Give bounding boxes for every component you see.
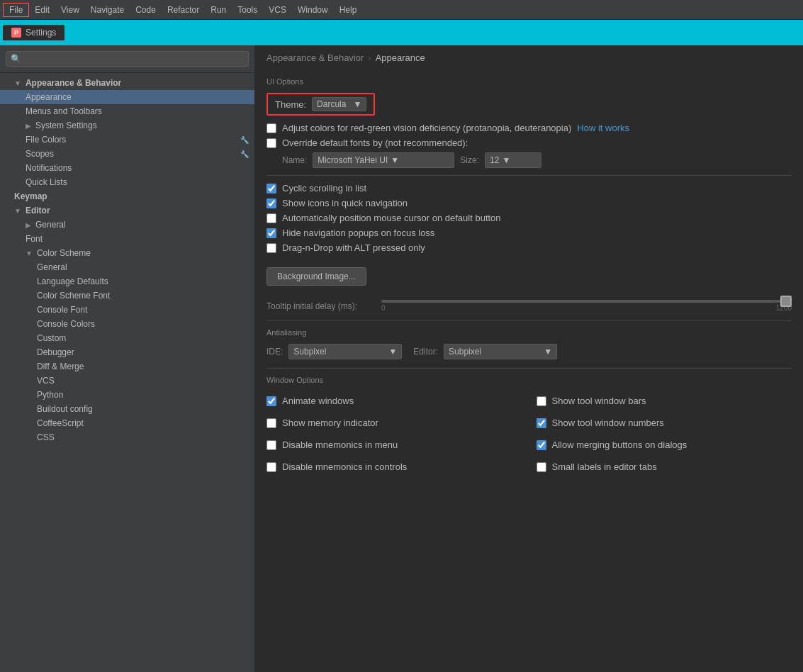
- sidebar-item-python-label: Python: [37, 390, 63, 400]
- sidebar-item-css[interactable]: CSS: [0, 430, 254, 444]
- sidebar-item-notifications[interactable]: Notifications: [0, 161, 254, 175]
- ide-aa-select[interactable]: Subpixel ▼: [288, 344, 402, 359]
- drag-drop-checkbox[interactable]: [266, 243, 276, 253]
- sidebar-item-debugger[interactable]: Debugger: [0, 345, 254, 359]
- font-size-value: 12: [490, 155, 499, 165]
- search-bar: 🔍: [0, 45, 254, 73]
- option-show-icons: Show icons in quick navigation: [266, 198, 792, 208]
- background-image-button[interactable]: Background Image...: [266, 267, 366, 286]
- font-size-select[interactable]: 12 ▼: [485, 152, 541, 168]
- show-tool-numbers-checkbox[interactable]: [537, 418, 546, 428]
- sidebar-item-general[interactable]: General: [0, 218, 254, 232]
- menu-help[interactable]: Help: [334, 4, 363, 16]
- sidebar-item-color-scheme[interactable]: Color Scheme: [0, 246, 254, 260]
- allow-merging-checkbox[interactable]: [537, 440, 546, 450]
- cyclic-scroll-checkbox[interactable]: [266, 184, 276, 194]
- menu-edit[interactable]: Edit: [29, 4, 55, 16]
- sidebar-item-vcs[interactable]: VCS: [0, 374, 254, 388]
- tab-settings[interactable]: P Settings: [3, 25, 64, 40]
- sidebar-item-lang-defaults[interactable]: Language Defaults: [0, 274, 254, 289]
- override-fonts-checkbox[interactable]: [266, 138, 276, 148]
- menu-view[interactable]: View: [55, 4, 85, 16]
- sidebar-item-menus-toolbars[interactable]: Menus and Toolbars: [0, 104, 254, 118]
- sidebar-item-appearance[interactable]: Appearance: [0, 90, 254, 104]
- small-labels-checkbox[interactable]: [537, 462, 546, 472]
- show-tool-bars-label: Show tool window bars: [552, 396, 646, 406]
- sidebar-item-buildout[interactable]: Buildout config: [0, 402, 254, 416]
- disable-mnemonics-menu-checkbox[interactable]: [266, 440, 276, 450]
- auto-position-checkbox[interactable]: [266, 213, 276, 223]
- show-tool-bars-checkbox[interactable]: [537, 396, 546, 406]
- sidebar-item-cs-general[interactable]: General: [0, 260, 254, 274]
- sidebar-item-font[interactable]: Font: [0, 232, 254, 246]
- content-area: Appearance & Behavior › Appearance UI Op…: [255, 45, 803, 672]
- menu-code[interactable]: Code: [130, 4, 162, 16]
- sidebar-item-console-font[interactable]: Console Font: [0, 303, 254, 317]
- sidebar-item-file-colors[interactable]: File Colors 🔧: [0, 133, 254, 147]
- ide-aa-label: IDE:: [266, 347, 283, 357]
- sidebar-item-custom-label: Custom: [37, 333, 66, 343]
- disable-mnemonics-menu-label: Disable mnemonics in menu: [282, 439, 398, 450]
- scopes-icon: 🔧: [240, 150, 249, 158]
- sidebar-item-diff-merge[interactable]: Diff & Merge: [0, 359, 254, 374]
- disable-mnemonics-controls-label: Disable mnemonics in controls: [282, 461, 407, 472]
- search-icon: 🔍: [11, 54, 21, 64]
- sidebar-item-notifications-label: Notifications: [26, 163, 72, 173]
- sidebar-item-menus-label: Menus and Toolbars: [26, 106, 102, 116]
- sidebar-item-console-colors[interactable]: Console Colors: [0, 317, 254, 331]
- show-icons-checkbox[interactable]: [266, 198, 276, 208]
- small-labels-label: Small labels in editor tabs: [552, 461, 657, 472]
- option-adjust-colors: Adjust colors for red-green vision defic…: [266, 123, 792, 133]
- sidebar-item-css-label: CSS: [37, 432, 55, 442]
- search-input[interactable]: [24, 54, 244, 64]
- menu-tools[interactable]: Tools: [232, 4, 263, 16]
- menu-navigate[interactable]: Navigate: [85, 4, 130, 16]
- menu-window[interactable]: Window: [292, 4, 334, 16]
- tab-settings-label: Settings: [26, 28, 56, 38]
- sidebar-item-scopes[interactable]: Scopes 🔧: [0, 147, 254, 161]
- sidebar-item-conc-label: Console Colors: [37, 319, 95, 329]
- theme-value: Darcula: [317, 99, 346, 109]
- option-show-tool-bars: Show tool window bars: [537, 396, 792, 406]
- show-memory-checkbox[interactable]: [266, 418, 276, 428]
- menu-run[interactable]: Run: [205, 4, 232, 16]
- search-wrap[interactable]: 🔍: [6, 51, 249, 67]
- animate-windows-checkbox[interactable]: [266, 396, 276, 406]
- menu-file[interactable]: File: [3, 3, 29, 17]
- settings-content: UI Options Theme: Darcula ▼ Adjust color…: [255, 69, 803, 488]
- slider-thumb[interactable]: [780, 296, 792, 307]
- sidebar-item-system-settings[interactable]: System Settings: [0, 118, 254, 133]
- hide-nav-label: Hide navigation popups on focus loss: [282, 228, 434, 238]
- sidebar-item-editor[interactable]: Editor: [0, 203, 254, 218]
- sidebar-item-custom[interactable]: Custom: [0, 331, 254, 345]
- theme-select[interactable]: Darcula ▼: [312, 97, 366, 111]
- adjust-colors-checkbox[interactable]: [266, 123, 276, 133]
- hide-nav-checkbox[interactable]: [266, 228, 276, 238]
- editor-aa-value: Subpixel: [449, 347, 481, 357]
- cs-chevron-icon: [26, 250, 33, 257]
- chevron-right-icon: [26, 122, 31, 130]
- disable-mnemonics-controls-checkbox[interactable]: [266, 462, 276, 472]
- sidebar-item-editor-label: Editor: [26, 206, 50, 215]
- sidebar-item-python[interactable]: Python: [0, 388, 254, 402]
- ide-aa-field: IDE: Subpixel ▼: [266, 344, 402, 359]
- sidebar-item-coffeescript[interactable]: CoffeeScript: [0, 416, 254, 430]
- menu-refactor[interactable]: Refactor: [162, 4, 205, 16]
- font-name-dropdown-icon: ▼: [391, 155, 399, 165]
- font-name-value: Microsoft YaHei UI: [318, 155, 388, 165]
- editor-aa-select[interactable]: Subpixel ▼: [444, 344, 557, 359]
- sidebar-item-appearance-behavior[interactable]: Appearance & Behavior: [0, 76, 254, 90]
- sidebar-item-cs-font[interactable]: Color Scheme Font: [0, 289, 254, 303]
- menu-vcs[interactable]: VCS: [263, 4, 292, 16]
- sidebar-item-keymap[interactable]: Keymap: [0, 189, 254, 203]
- font-name-select[interactable]: Microsoft YaHei UI ▼: [313, 152, 454, 168]
- slider-track[interactable]: [381, 300, 792, 303]
- sidebar-item-quick-lists[interactable]: Quick Lists: [0, 175, 254, 189]
- how-it-works-link[interactable]: How it works: [577, 123, 629, 133]
- sidebar-item-system-label: System Settings: [35, 121, 97, 130]
- editor-aa-label: Editor:: [413, 347, 438, 357]
- editor-chevron-icon: [14, 207, 21, 215]
- menu-bar: File Edit View Navigate Code Refactor Ru…: [0, 0, 803, 20]
- window-options-label: Window Options: [266, 376, 792, 384]
- size-dropdown-icon: ▼: [502, 155, 510, 165]
